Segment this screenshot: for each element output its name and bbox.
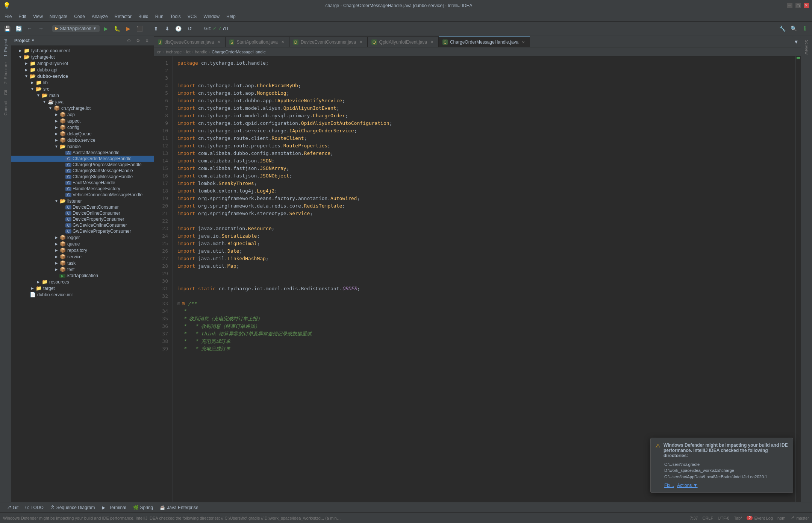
tab-close-co[interactable]: ✕ <box>521 39 526 45</box>
sidebar-tab-commit[interactable]: Commit <box>2 99 9 118</box>
code-content[interactable]: package cn.tycharge.iot.handle; import c… <box>173 56 795 502</box>
menu-refactor[interactable]: Refactor <box>112 13 135 20</box>
tree-item-lib[interactable]: ▶ 📁 lib <box>11 79 154 86</box>
tree-item-target[interactable]: ▶ 📁 target <box>11 285 154 291</box>
tree-item-src[interactable]: ▼ 📂 src <box>11 86 154 92</box>
toolbar-search[interactable]: 🔍 <box>789 24 798 33</box>
tab-startapp[interactable]: S StartApplication.java ✕ <box>226 36 289 47</box>
menu-analyze[interactable]: Analyze <box>89 13 111 20</box>
tree-item-device-event[interactable]: ▶ C DeviceEventConsumer <box>11 204 154 210</box>
breadcrumb-iot[interactable]: iot <box>186 50 191 54</box>
tree-item-handle[interactable]: ▼ 📂 handle <box>11 143 154 150</box>
tab-disqueue[interactable]: J disQueueConsumer.java ✕ <box>154 36 226 47</box>
tree-item-stop[interactable]: ▶ C ChargingStopMessageHandle <box>11 174 154 180</box>
right-tab-sciview[interactable]: SciView <box>803 37 810 58</box>
toolbar-forward[interactable]: → <box>36 24 46 33</box>
toolbar-debug[interactable]: 🐛 <box>112 24 122 33</box>
menu-build[interactable]: Build <box>135 13 151 20</box>
toolbar-git[interactable]: ⬆ <box>151 24 161 33</box>
tree-item-gw-online[interactable]: ▶ C GwDeviceOnlineConsumer <box>11 222 154 228</box>
toolbar-wrench[interactable]: 🔧 <box>777 24 787 33</box>
tree-item-delayqueue[interactable]: ▶ 📦 delayQueue <box>11 130 154 137</box>
menu-tools[interactable]: Tools <box>167 13 184 20</box>
tree-item-device-prop[interactable]: ▶ C DevicePropertyConsumer <box>11 216 154 222</box>
menu-file[interactable]: File <box>2 13 15 20</box>
bottom-tab-sequence[interactable]: ⏱ Sequence Diagram <box>47 504 98 511</box>
tree-item-main[interactable]: ▼ 📂 main <box>11 92 154 99</box>
tab-chargeorder[interactable]: C ChargeOrderMessageHandle.java ✕ <box>439 36 530 47</box>
toolbar-save[interactable]: 💾 <box>2 24 12 33</box>
tree-item-dubbo-api[interactable]: ▶ 📁 dubbo-api <box>11 67 154 73</box>
status-npm[interactable]: npm <box>777 516 785 520</box>
menu-navigate[interactable]: Navigate <box>47 13 70 20</box>
notif-fix-link[interactable]: Fix... <box>664 483 674 488</box>
tree-item-java[interactable]: ▼ ☕ java <box>11 99 154 105</box>
tree-item-abstract-handle[interactable]: ▶ A AbstratMessageHandle <box>11 150 154 156</box>
tree-item-progress[interactable]: ▶ C ChargingProgressMessageHandle <box>11 162 154 168</box>
menu-window[interactable]: Window <box>200 13 223 20</box>
run-config-selector[interactable]: ▶ StartApplication ▼ <box>52 25 100 32</box>
toolbar-run[interactable]: ▶ <box>101 24 111 33</box>
tree-item-listener[interactable]: ▼ 📂 listener <box>11 198 154 204</box>
toolbar-back[interactable]: ← <box>25 24 35 33</box>
project-gear-btn[interactable]: ⚙ <box>134 37 142 44</box>
tree-item-dubbo-service-pkg[interactable]: ▶ 📦 dubbo.service <box>11 137 154 143</box>
menu-view[interactable]: View <box>30 13 46 20</box>
tab-deviceevent[interactable]: D DeviceEventConsumer.java ✕ <box>289 36 368 47</box>
toolbar-info[interactable]: ℹ <box>800 24 810 33</box>
tree-item-logger[interactable]: ▶ 📦 logger <box>11 234 154 241</box>
tree-item-start[interactable]: ▶ C ChargingStartMessageHandle <box>11 168 154 174</box>
sidebar-tab-git[interactable]: Git <box>2 88 9 97</box>
tab-dropdown-btn[interactable]: ▼ <box>792 36 801 47</box>
sidebar-tab-project[interactable]: 1: Project <box>2 37 9 59</box>
status-tab-size[interactable]: Tab* <box>734 516 742 520</box>
bottom-tab-todo[interactable]: 6: TODO <box>22 504 46 511</box>
tree-item-amqp[interactable]: ▶ 📁 amqp-aliyun-iot <box>11 60 154 67</box>
toolbar-update[interactable]: ⬇ <box>162 24 172 33</box>
tree-item-test[interactable]: ▶ 📦 test <box>11 266 154 273</box>
tree-item-aop[interactable]: ▶ 📦 aop <box>11 111 154 118</box>
bottom-tab-git[interactable]: ⎇ Git <box>3 504 21 511</box>
breadcrumb-handle[interactable]: handle <box>195 50 207 54</box>
tree-item-gw-prop[interactable]: ▶ C GwDevicePropertyConsumer <box>11 228 154 234</box>
tree-item-tycharge-document[interactable]: ▶ 📁 tycharge-document <box>11 47 154 54</box>
tab-close-sa[interactable]: ✕ <box>280 39 285 45</box>
tree-item-iml[interactable]: ▶ 📄 dubbo-service.iml <box>11 291 154 298</box>
menu-run[interactable]: Run <box>152 13 167 20</box>
breadcrumb-tycharge[interactable]: tycharge <box>166 50 182 54</box>
menu-code[interactable]: Code <box>71 13 88 20</box>
project-collapse-btn[interactable]: ≡ <box>143 37 151 44</box>
tree-item-device-online[interactable]: ▶ C DeviceOnlineConsumer <box>11 210 154 216</box>
toolbar-undo[interactable]: ↺ <box>185 24 195 33</box>
tree-item-dubbo-service[interactable]: ▼ 📂 dubbo-service <box>11 73 154 79</box>
tree-item-queue[interactable]: ▶ 📦 queue <box>11 241 154 247</box>
bottom-tab-spring[interactable]: 🌿 Spring <box>130 504 156 511</box>
status-line-ending[interactable]: CRLF <box>702 516 713 520</box>
status-line-col[interactable]: 7:37 <box>690 516 698 520</box>
tree-item-tycharge-iot[interactable]: ▼ 📂 tycharge-iot <box>11 54 154 60</box>
status-encoding[interactable]: UTF-8 <box>718 516 729 520</box>
tree-item-service[interactable]: ▶ 📦 service <box>11 253 154 260</box>
tree-item-cn-package[interactable]: ▼ 📦 cn.tycharge.iot <box>11 105 154 111</box>
tree-item-config[interactable]: ▶ 📦 config <box>11 124 154 130</box>
toolbar-sync[interactable]: 🔄 <box>14 24 23 33</box>
tree-item-charge-order[interactable]: ▶ C ChargeOrderMessageHandle <box>11 156 154 162</box>
tab-qpid[interactable]: Q QpidAliyunIotEvent.java ✕ <box>368 36 439 47</box>
maximize-button[interactable]: □ <box>795 3 801 8</box>
bottom-tab-terminal[interactable]: ▶_ Terminal <box>99 504 129 511</box>
menu-edit[interactable]: Edit <box>15 13 29 20</box>
tree-item-vehicle[interactable]: ▶ C VehicleConnectionMessageHandle <box>11 192 154 198</box>
breadcrumb-class[interactable]: ChargeOrderMessageHandle <box>212 50 266 54</box>
tree-item-start-app[interactable]: ▶ ▶ StartApplication <box>11 273 154 279</box>
status-errors[interactable]: 2 Event Log <box>747 516 773 520</box>
tree-item-repository[interactable]: ▶ 📦 repository <box>11 247 154 253</box>
close-button[interactable]: ✕ <box>804 3 809 8</box>
tree-item-aspect[interactable]: ▶ 📦 aspect <box>11 118 154 124</box>
breadcrumb-cn[interactable]: cn <box>157 50 162 54</box>
sidebar-tab-structure[interactable]: 2: Structure <box>2 60 9 86</box>
tab-close-de[interactable]: ✕ <box>358 39 364 45</box>
bottom-tab-java-enterprise[interactable]: ☕ Java Enterprise <box>157 504 201 511</box>
project-locate-btn[interactable]: ⊙ <box>125 37 133 44</box>
toolbar-run-coverage[interactable]: ▶ <box>124 24 133 33</box>
tree-item-fault[interactable]: ▶ C FaultMessageHandle <box>11 180 154 186</box>
